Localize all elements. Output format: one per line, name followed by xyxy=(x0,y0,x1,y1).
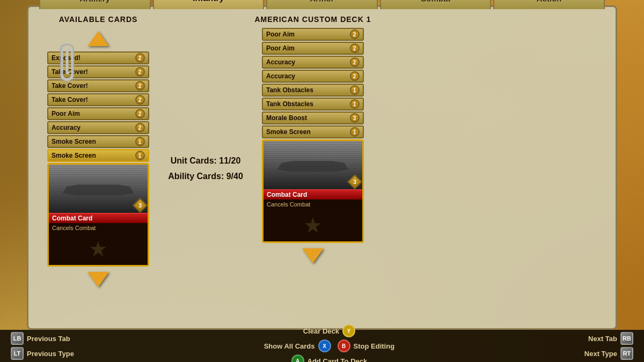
card-badge: 2 xyxy=(348,27,361,41)
card-num-badge-left: 3 xyxy=(133,198,148,213)
deck-card-item[interactable]: Smoke Screen 1 xyxy=(262,125,364,138)
card-type-label-left: Combat Card xyxy=(49,213,148,223)
card-item-selected[interactable]: Smoke Screen 1 xyxy=(47,149,149,162)
card-badge: 1 xyxy=(133,135,147,148)
add-card-row: A Add Card To Deck xyxy=(291,354,368,362)
card-desc-right: Cancels Combat xyxy=(264,200,362,209)
card-type-label-right: Combat Card xyxy=(264,189,362,200)
card-item[interactable]: Take Cover! 2 xyxy=(47,93,149,106)
card-badge: 1 xyxy=(348,125,361,138)
next-type-label: Next Type xyxy=(584,350,617,358)
card-stars-left: ★ xyxy=(49,233,148,265)
next-tab-control: Next Tab RB xyxy=(588,332,633,345)
controls-right: Next Tab RB Next Type RT xyxy=(584,332,633,360)
deck-card-item[interactable]: Poor Aim 2 xyxy=(262,42,364,55)
card-num-badge-right: 3 xyxy=(347,174,362,189)
ability-cards-count: Ability Cards: 9/40 xyxy=(168,169,243,184)
deck-card-item[interactable]: Tank Obstacles 1 xyxy=(262,98,364,110)
controls-left: LB Previous Tab LT Previous Type xyxy=(11,332,74,360)
tab-artillery[interactable]: Artillery xyxy=(39,0,151,9)
previous-type-label: Previous Type xyxy=(27,350,74,358)
card-badge: 1 xyxy=(348,83,361,97)
previous-tab-control: LB Previous Tab xyxy=(11,332,74,345)
deck-card-item[interactable]: Tank Obstacles 1 xyxy=(262,84,364,97)
tab-combat[interactable]: Combat xyxy=(380,0,492,9)
deck-card-item[interactable]: Accuracy 2 xyxy=(262,56,364,69)
card-item[interactable]: Poor Aim 2 xyxy=(47,107,149,120)
arrow-down-icon xyxy=(87,272,109,287)
card-badge: 2 xyxy=(133,79,147,92)
main-panel: Artillery Infantry Armor Combat Action A… xyxy=(27,5,617,330)
x-button[interactable]: X xyxy=(318,339,331,352)
custom-deck-title: AMERICAN CUSTOM DECK 1 xyxy=(255,15,371,24)
next-type-control: Next Type RT xyxy=(584,347,633,360)
show-all-row: Show All Cards X xyxy=(264,339,331,352)
unit-info: Unit Cards: 11/20 Ability Cards: 9/40 xyxy=(168,153,243,184)
custom-deck-card-list: Poor Aim 2 Poor Aim 2 Accuracy 2 Accurac… xyxy=(262,28,364,138)
card-image-left: 3 xyxy=(49,165,148,213)
scroll-up-left[interactable] xyxy=(85,28,112,49)
content-area: AVAILABLE CARDS Exposed! 2 Take Cover! 2… xyxy=(28,7,616,328)
show-all-label: Show All Cards xyxy=(264,342,315,350)
star-icon: ★ xyxy=(89,237,108,261)
tank-silhouette-icon xyxy=(273,154,352,176)
stop-editing-label: Stop Editing xyxy=(354,342,395,350)
tab-action[interactable]: Action xyxy=(493,0,605,9)
stop-editing-row: B Stop Editing xyxy=(338,339,395,352)
star-icon: ★ xyxy=(303,213,323,238)
tab-infantry[interactable]: Infantry xyxy=(153,0,265,9)
a-button[interactable]: A xyxy=(291,354,304,362)
card-desc-left: Cancels Combat xyxy=(49,223,148,233)
card-item[interactable]: Smoke Screen 1 xyxy=(47,135,149,148)
unit-cards-count: Unit Cards: 11/20 xyxy=(168,153,243,169)
card-badge: 2 xyxy=(133,51,147,64)
card-badge: 2 xyxy=(133,93,147,106)
card-badge: 2 xyxy=(133,107,147,120)
controls-center: Clear Deck Y Show All Cards X B Stop Edi… xyxy=(264,324,394,362)
card-badge: 1 xyxy=(348,97,361,110)
custom-deck-panel: AMERICAN CUSTOM DECK 1 Poor Aim 2 Poor A… xyxy=(254,15,372,323)
lb-button[interactable]: LB xyxy=(11,332,24,345)
bottom-controls: LB Previous Tab LT Previous Type Clear D… xyxy=(0,330,644,362)
card-badge: 3 xyxy=(348,111,361,124)
deck-card-item[interactable]: Accuracy 2 xyxy=(262,70,364,83)
card-preview-left: 3 Combat Card Cancels Combat ★ xyxy=(47,163,149,267)
arrow-up-icon xyxy=(87,31,109,46)
card-badge: 2 xyxy=(348,55,361,69)
available-cards-title: AVAILABLE CARDS xyxy=(59,15,138,24)
lt-button[interactable]: LT xyxy=(11,347,24,360)
card-item[interactable]: Accuracy 2 xyxy=(47,121,149,134)
tab-armor[interactable]: Armor xyxy=(266,0,378,9)
card-image-right: 3 xyxy=(264,141,362,189)
clip-decoration xyxy=(56,42,89,85)
deck-card-item[interactable]: Poor Aim 2 xyxy=(262,28,364,41)
add-card-label: Add Card To Deck xyxy=(308,357,368,363)
rb-button[interactable]: RB xyxy=(620,332,633,345)
card-preview-right: 3 Combat Card Cancels Combat ★ xyxy=(262,139,364,243)
previous-tab-label: Previous Tab xyxy=(27,335,70,343)
y-button[interactable]: Y xyxy=(342,324,355,337)
arrow-down-icon xyxy=(302,248,324,263)
next-tab-label: Next Tab xyxy=(588,335,617,343)
card-badge: 1 xyxy=(133,149,147,162)
middle-info: Unit Cards: 11/20 Ability Cards: 9/40 xyxy=(163,15,248,323)
deck-card-item[interactable]: Morale Boost 3 xyxy=(262,112,364,124)
card-badge: 2 xyxy=(348,69,361,83)
rt-button[interactable]: RT xyxy=(620,347,633,360)
card-badge: 2 xyxy=(133,65,147,78)
tank-silhouette-icon xyxy=(58,178,137,200)
center-buttons-row: Show All Cards X B Stop Editing xyxy=(264,339,394,352)
previous-type-control: LT Previous Type xyxy=(11,347,74,360)
tab-bar: Artillery Infantry Armor Combat Action xyxy=(39,0,605,9)
scroll-down-left[interactable] xyxy=(85,269,112,290)
card-stars-right: ★ xyxy=(264,209,362,241)
clear-deck-row: Clear Deck Y xyxy=(303,324,355,337)
scroll-down-right[interactable] xyxy=(299,245,326,267)
clear-deck-label: Clear Deck xyxy=(303,327,339,335)
b-button[interactable]: B xyxy=(338,339,350,352)
card-badge: 2 xyxy=(348,41,361,55)
card-badge: 2 xyxy=(133,121,147,134)
